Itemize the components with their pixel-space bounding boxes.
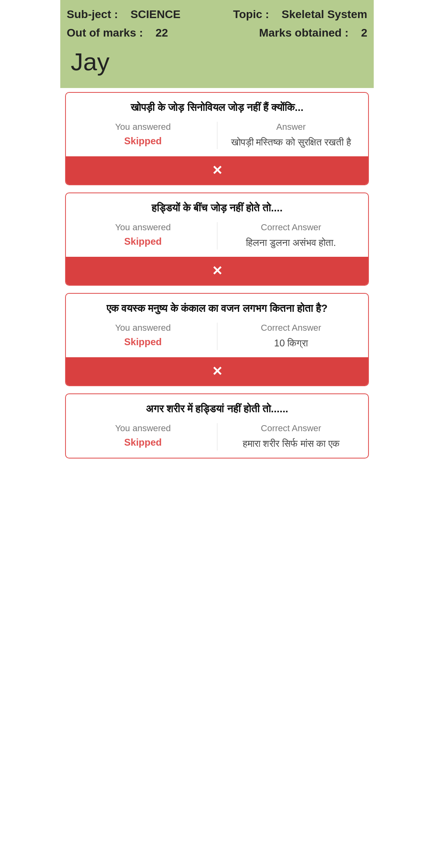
- you-answered-label-4: You answered: [72, 423, 214, 434]
- marks-obtained-info: Marks obtained : 2: [259, 27, 367, 39]
- you-answered-col-2: You answered Skipped: [72, 222, 214, 250]
- you-answered-label-1: You answered: [72, 122, 214, 132]
- correct-answer-col-1: Answer खोपड़ी मस्तिष्क को सुरक्षित रखती …: [221, 122, 362, 149]
- divider-2: [217, 222, 217, 250]
- you-answered-value-4: Skipped: [72, 437, 214, 448]
- divider-4: [217, 423, 217, 450]
- question-footer-1: ✕: [66, 156, 368, 184]
- out-of-marks-info: Out of marks : 22: [67, 27, 168, 39]
- question-text-4: अगर शरीर में हड्डियां नहीं होती तो......: [72, 401, 362, 416]
- marks-row: Out of marks : 22 Marks obtained : 2: [67, 27, 367, 39]
- question-body-3: एक वयस्क मनुष्य के कंकाल का वजन लगभग कित…: [66, 294, 368, 357]
- answer-label-3: Correct Answer: [221, 323, 362, 333]
- you-answered-label-3: You answered: [72, 323, 214, 333]
- you-answered-value-3: Skipped: [72, 336, 214, 348]
- question-text-1: खोपड़ी के जोड़ सिनोवियल जोड़ नहीं हैं क्…: [72, 100, 362, 115]
- topic-info: Topic : Skeletal System: [233, 8, 367, 21]
- marks-obtained-value: 2: [361, 27, 367, 39]
- cross-icon-2: ✕: [212, 264, 223, 278]
- answer-row-2: You answered Skipped Correct Answer हिलन…: [72, 222, 362, 250]
- you-answered-value-1: Skipped: [72, 135, 214, 147]
- you-answered-value-2: Skipped: [72, 236, 214, 247]
- answer-value-2: हिलना डुलना असंभव होता.: [221, 236, 362, 250]
- question-card-1: खोपड़ी के जोड़ सिनोवियल जोड़ नहीं हैं क्…: [65, 92, 369, 185]
- question-card-4: अगर शरीर में हड्डियां नहीं होती तो......…: [65, 393, 369, 459]
- subject-topic-row: Sub-ject : SCIENCE Topic : Skeletal Syst…: [67, 8, 367, 21]
- divider-3: [217, 323, 217, 350]
- question-body-4: अगर शरीर में हड्डियां नहीं होती तो......…: [66, 394, 368, 458]
- question-card-2: हड्डियों के बींच जोड़ नहीं होते तो.... Y…: [65, 192, 369, 286]
- subject-info: Sub-ject : SCIENCE: [67, 8, 180, 21]
- you-answered-col-1: You answered Skipped: [72, 122, 214, 149]
- divider-1: [217, 122, 217, 149]
- correct-answer-col-2: Correct Answer हिलना डुलना असंभव होता.: [221, 222, 362, 250]
- cross-icon-1: ✕: [212, 163, 223, 178]
- question-footer-2: ✕: [66, 257, 368, 285]
- answer-value-1: खोपड़ी मस्तिष्क को सुरक्षित रखती है: [221, 135, 362, 149]
- answer-label-4: Correct Answer: [221, 423, 362, 434]
- question-text-2: हड्डियों के बींच जोड़ नहीं होते तो....: [72, 201, 362, 215]
- student-name: Jay: [67, 47, 367, 76]
- question-footer-3: ✕: [66, 357, 368, 385]
- marks-obtained-label: Marks obtained :: [259, 27, 348, 39]
- questions-section: खोपड़ी के जोड़ सिनोवियल जोड़ नहीं हैं क्…: [60, 88, 374, 470]
- you-answered-label-2: You answered: [72, 222, 214, 233]
- you-answered-col-3: You answered Skipped: [72, 323, 214, 350]
- header-section: Sub-ject : SCIENCE Topic : Skeletal Syst…: [60, 0, 374, 88]
- subject-value: SCIENCE: [131, 8, 180, 20]
- answer-row-4: You answered Skipped Correct Answer हमार…: [72, 423, 362, 450]
- question-text-3: एक वयस्क मनुष्य के कंकाल का वजन लगभग कित…: [72, 301, 362, 315]
- you-answered-col-4: You answered Skipped: [72, 423, 214, 450]
- answer-label-1: Answer: [221, 122, 362, 132]
- out-of-marks-label: Out of marks :: [67, 27, 143, 39]
- topic-label: Topic :: [233, 8, 269, 20]
- answer-label-2: Correct Answer: [221, 222, 362, 233]
- topic-value: Skeletal System: [282, 8, 367, 20]
- out-of-marks-value: 22: [156, 27, 168, 39]
- question-body-1: खोपड़ी के जोड़ सिनोवियल जोड़ नहीं हैं क्…: [66, 93, 368, 156]
- answer-value-4: हमारा शरीर सिर्फ मांस का एक: [221, 437, 362, 450]
- answer-value-3: 10 किग्रा: [221, 336, 362, 350]
- correct-answer-col-4: Correct Answer हमारा शरीर सिर्फ मांस का …: [221, 423, 362, 450]
- question-body-2: हड्डियों के बींच जोड़ नहीं होते तो.... Y…: [66, 193, 368, 257]
- question-card-3: एक वयस्क मनुष्य के कंकाल का वजन लगभग कित…: [65, 293, 369, 386]
- answer-row-3: You answered Skipped Correct Answer 10 क…: [72, 323, 362, 350]
- subject-label: Sub-ject :: [67, 8, 118, 20]
- correct-answer-col-3: Correct Answer 10 किग्रा: [221, 323, 362, 350]
- answer-row-1: You answered Skipped Answer खोपड़ी मस्ति…: [72, 122, 362, 149]
- cross-icon-3: ✕: [212, 364, 223, 379]
